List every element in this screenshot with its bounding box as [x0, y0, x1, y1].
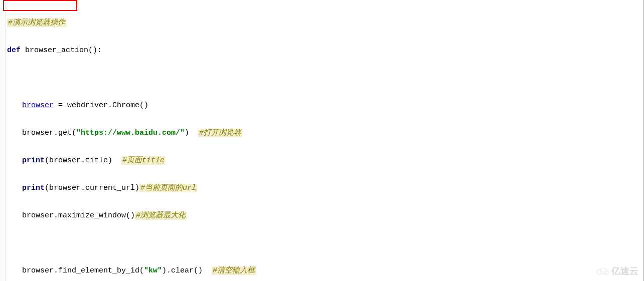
editor-gutter [0, 0, 6, 281]
code-block[interactable]: #演示浏览器操作 def browser_action(): browser =… [7, 2, 594, 281]
string-literal: "kw" [144, 266, 162, 275]
builtin-print: print [22, 156, 45, 165]
code-text: (browser.current_url) [45, 184, 139, 192]
line-comment: #演示浏览器操作 [7, 19, 66, 27]
identifier-browser[interactable]: browser [22, 101, 54, 110]
line-comment: #当前页面的url [139, 184, 197, 192]
code-text: browser_action(): [21, 46, 102, 55]
line-comment: #页面title [121, 156, 166, 165]
code-text: ).clear() [162, 266, 212, 275]
code-text: (browser.title) [45, 156, 121, 165]
line-comment: #清空输入框 [212, 266, 256, 275]
code-text: browser.find_element_by_id( [22, 266, 144, 275]
code-text: browser.get( [22, 129, 76, 137]
code-editor-viewport: #演示浏览器操作 def browser_action(): browser =… [0, 0, 644, 281]
line-comment: #打开浏览器 [198, 129, 242, 137]
keyword-def: def [7, 46, 21, 55]
watermark-text: 亿速云 [611, 264, 638, 278]
line-comment: #浏览器最大化 [135, 211, 187, 220]
svg-point-0 [597, 269, 602, 274]
right-border [643, 0, 643, 281]
string-literal: "https://www.baidu.com/" [76, 129, 185, 137]
code-text: browser.maximize_window() [22, 211, 135, 220]
code-text: ) [185, 129, 198, 137]
cloud-icon [595, 266, 609, 275]
watermark: 亿速云 [595, 264, 638, 278]
builtin-print: print [22, 184, 45, 192]
code-text: = webdriver.Chrome() [54, 101, 148, 110]
